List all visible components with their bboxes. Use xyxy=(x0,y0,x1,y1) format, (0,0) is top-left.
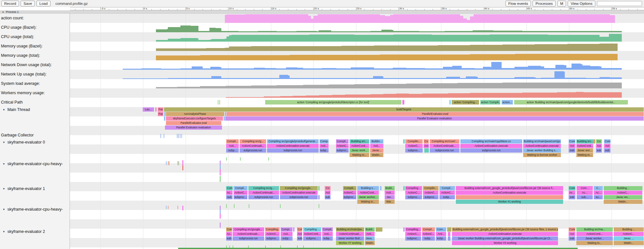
trace-span[interactable] xyxy=(593,139,595,144)
trace-span[interactable]: Compil... xyxy=(226,139,239,144)
trace-span[interactable]: Compil... xyxy=(439,186,455,190)
trace-span[interactable]: Act xyxy=(297,232,302,236)
trace-span[interactable]: ActionContinuation.execute xyxy=(452,232,558,236)
trace-span[interactable]: subproc... xyxy=(423,195,438,199)
trace-span[interactable]: subproc... xyxy=(234,195,247,199)
trace-span[interactable]: Com xyxy=(226,227,232,232)
trace-span[interactable]: subp... xyxy=(281,236,293,241)
trace-span[interactable]: subp... xyxy=(439,195,455,199)
process-header[interactable]: ▼Process 1 xyxy=(0,10,644,14)
trace-span[interactable]: Building src... xyxy=(576,139,593,144)
trace-tick[interactable] xyxy=(240,157,241,161)
trace-span[interactable]: ActionConti... xyxy=(357,191,379,195)
trace-span[interactable]: Co xyxy=(325,186,331,190)
expander-icon[interactable]: ▼ xyxy=(3,229,5,235)
trace-span[interactable]: ActionC... xyxy=(405,232,421,236)
trace-span[interactable]: skyframeExecutor.configureTargets xyxy=(166,116,223,121)
trace-span[interactable]: Com xyxy=(297,227,302,232)
trace-span[interactable]: sub xyxy=(325,195,331,199)
trace-span[interactable]: Acti... xyxy=(281,232,293,236)
trace-span[interactable]: Acti... xyxy=(365,232,375,236)
trace-tick[interactable] xyxy=(182,206,183,210)
trace-span[interactable]: sub xyxy=(297,236,302,241)
trace-tick[interactable] xyxy=(226,204,227,208)
trace-span[interactable]: Compiling src/google... xyxy=(233,227,264,232)
flow-events-button[interactable]: Flow events xyxy=(505,1,531,6)
trace-span[interactable] xyxy=(456,195,563,199)
trace-span[interactable]: Compiling src/google... xyxy=(280,186,318,190)
trace-tick[interactable] xyxy=(268,157,269,161)
trace-tick[interactable] xyxy=(180,134,180,138)
trace-span[interactable]: runAnalysisPhase xyxy=(166,112,224,116)
trace-span[interactable]: subprocess.run xyxy=(267,148,319,153)
trace-span[interactable]: action 'Building src/main/java/com/googl… xyxy=(514,100,628,105)
trace-span[interactable]: Compiling... xyxy=(405,227,421,232)
trace-tick[interactable] xyxy=(220,206,221,210)
trace-span[interactable]: Building src... xyxy=(350,139,369,144)
trace-tick[interactable] xyxy=(178,161,179,165)
trace-span[interactable]: Lau... xyxy=(143,107,154,112)
trace-tick[interactable] xyxy=(160,134,161,138)
trace-tick[interactable] xyxy=(220,169,221,175)
trace-span[interactable]: Javac worker Building s... xyxy=(523,148,561,153)
trace-span[interactable]: Java... xyxy=(365,236,375,241)
trace-span[interactable]: Compil... xyxy=(322,227,333,232)
trace-span[interactable]: Wai... xyxy=(385,200,395,204)
trace-tick[interactable] xyxy=(234,204,235,208)
trace-span[interactable]: Javac worker... xyxy=(357,195,379,199)
trace-tick[interactable] xyxy=(168,161,168,165)
trace-span[interactable]: Ac... xyxy=(577,191,593,195)
trace-span[interactable]: subproc... xyxy=(405,195,422,199)
trace-tick[interactable] xyxy=(168,206,168,209)
load-button[interactable]: Load xyxy=(36,1,51,6)
trace-span[interactable]: ActionC... xyxy=(614,232,644,236)
trace-tick[interactable] xyxy=(220,165,221,169)
trace-span[interactable]: Jav... xyxy=(385,195,395,199)
trace-span[interactable]: subprocess.run xyxy=(233,236,264,241)
trace-span[interactable]: Co xyxy=(424,139,429,144)
trace-span[interactable] xyxy=(449,100,451,105)
trace-tick[interactable] xyxy=(169,161,169,165)
trace-span[interactable]: ActionC... xyxy=(234,191,247,195)
trace-span[interactable]: Javac worker... xyxy=(576,236,613,241)
record-button[interactable]: Record xyxy=(1,1,19,6)
trace-span[interactable]: Co xyxy=(596,139,602,144)
trace-span[interactable]: ActionC... xyxy=(604,191,642,195)
trace-tick[interactable] xyxy=(219,100,220,105)
trace-span[interactable]: Javac wor... xyxy=(576,148,593,153)
trace-tick[interactable] xyxy=(181,134,182,138)
trace-span[interactable]: Building src/ma... xyxy=(576,227,613,232)
trace-span[interactable]: Compilin... xyxy=(405,139,423,144)
trace-span[interactable]: subprocess.run xyxy=(240,148,266,153)
trace-span[interactable]: subp... xyxy=(436,236,446,241)
trace-tick[interactable] xyxy=(178,134,179,138)
trace-span[interactable]: Waiting to borrow worker xyxy=(523,153,561,157)
sidebar-row-skyframe-evaluator-cpu-heavy-a[interactable]: ▼skyframe-evaluator-cpu-heavy- xyxy=(0,161,70,167)
trace-span[interactable] xyxy=(376,227,382,232)
trace-span[interactable]: Building s... xyxy=(357,186,379,190)
collapse-icon[interactable]: ▼ xyxy=(2,11,4,13)
trace-span[interactable]: Parallel Evaluator evaluation xyxy=(225,116,644,121)
trace-span[interactable]: Waitin... xyxy=(370,153,383,157)
trace-span[interactable]: Com xyxy=(604,139,610,144)
trace-span[interactable]: Acti... xyxy=(226,144,239,148)
trace-span[interactable]: ActionContinuati... xyxy=(430,144,459,148)
trace-span[interactable]: Building ... xyxy=(614,227,644,232)
trace-span[interactable] xyxy=(448,232,450,236)
trace-span[interactable]: action 'Compili... xyxy=(480,100,500,105)
trace-span[interactable]: ActionContinuation.execute xyxy=(267,144,319,148)
trace-tick[interactable] xyxy=(218,100,218,105)
trace-span[interactable]: C... xyxy=(594,186,603,190)
trace-span[interactable]: Compiling src/g... xyxy=(240,139,266,144)
trace-span[interactable]: sub xyxy=(226,236,232,241)
trace-tick[interactable] xyxy=(164,134,164,138)
trace-span[interactable]: subp... xyxy=(322,236,333,241)
trace-span[interactable]: subp... xyxy=(422,236,435,241)
trace-span[interactable]: Compi... xyxy=(281,227,293,232)
trace-span[interactable]: Act xyxy=(604,144,610,148)
trace-span[interactable]: Compilin... xyxy=(423,186,438,190)
trace-span[interactable] xyxy=(402,100,404,105)
trace-span[interactable]: ParallelEvaluator.eval xyxy=(226,112,644,116)
trace-span[interactable] xyxy=(424,148,429,153)
trace-span[interactable]: Building external/com_google_protobuf/ja… xyxy=(456,186,563,190)
